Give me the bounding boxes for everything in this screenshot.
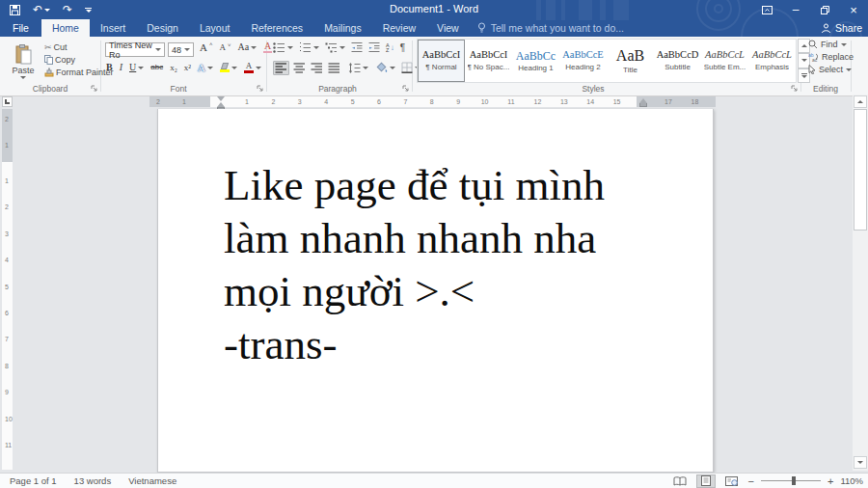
select-dropdown-arrow[interactable]	[846, 68, 852, 71]
increase-indent-button[interactable]	[368, 42, 380, 53]
clipboard-group-label: Clipboard	[14, 84, 87, 94]
print-layout-button[interactable]	[696, 474, 716, 488]
paste-button[interactable]: Paste	[6, 40, 41, 83]
find-button[interactable]: Find	[808, 40, 854, 49]
align-right-button[interactable]	[310, 62, 324, 74]
format-painter-button[interactable]: Format Painter	[44, 68, 114, 77]
font-color-button[interactable]: A	[244, 62, 261, 73]
font-size-combo[interactable]: 48	[168, 42, 194, 57]
cut-button[interactable]: ✂ Cut	[44, 42, 68, 52]
underline-button[interactable]: U	[129, 63, 144, 72]
web-layout-button[interactable]	[722, 474, 742, 488]
align-right-icon	[311, 63, 323, 73]
ribbon-tab[interactable]: Design	[136, 19, 189, 37]
style-item[interactable]: AaB Title	[607, 40, 654, 82]
style-item[interactable]: AaBbCcI ¶ Normal	[418, 40, 465, 82]
zoom-in-button[interactable]: +	[827, 475, 833, 487]
align-left-icon	[275, 63, 287, 73]
style-item[interactable]: AaBbCcL Subtle Em...	[701, 40, 748, 82]
language-indicator[interactable]: Vietnamese	[128, 475, 176, 486]
justify-button[interactable]	[327, 62, 341, 74]
ribbon-tab[interactable]: Layout	[189, 19, 241, 37]
paragraph-dialog-launcher[interactable]	[402, 85, 410, 93]
font-family-dropdown-arrow[interactable]	[155, 48, 161, 51]
font-family-combo[interactable]: Times New Ro	[105, 42, 165, 57]
zoom-level[interactable]: 110%	[840, 475, 863, 486]
read-mode-button[interactable]	[670, 474, 690, 488]
page-indicator[interactable]: Page 1 of 1	[10, 475, 57, 486]
restore-icon	[821, 6, 829, 14]
strikethrough-button[interactable]: abc	[150, 64, 163, 71]
ribbon-tab[interactable]: Home	[41, 19, 90, 37]
style-item[interactable]: AaBbCcE Heading 2	[559, 40, 607, 82]
change-case-button[interactable]: Aa	[237, 42, 257, 52]
document-line: mọi người >.<	[224, 265, 687, 318]
tab-file[interactable]: File	[0, 19, 41, 37]
borders-icon	[401, 62, 413, 73]
zoom-slider-thumb[interactable]	[792, 476, 796, 485]
tell-me-box[interactable]: Tell me what you want to do...	[470, 19, 632, 37]
scroll-up-button[interactable]	[854, 95, 867, 108]
clipboard-dialog-launcher[interactable]	[91, 85, 98, 93]
style-item[interactable]: AaBbCcL Emphasis	[748, 40, 796, 82]
ribbon-tab-bar: File HomeInsertDesignLayoutReferencesMai…	[0, 19, 868, 37]
font-dialog-launcher[interactable]	[257, 85, 264, 93]
grow-font-button[interactable]: A˄	[200, 42, 212, 53]
horizontal-ruler[interactable]: 211234567891011121314151718	[149, 96, 716, 107]
minimize-button[interactable]: –	[781, 0, 810, 19]
zoom-slider[interactable]	[761, 476, 821, 485]
increase-indent-icon	[368, 42, 380, 53]
right-indent-marker[interactable]	[639, 98, 647, 107]
italic-button[interactable]: I	[120, 63, 122, 72]
ribbon-display-options-button[interactable]	[752, 0, 781, 19]
line-spacing-button[interactable]	[348, 63, 368, 73]
tab-stop-selector[interactable]	[2, 96, 13, 107]
underline-dropdown-arrow[interactable]	[138, 67, 144, 69]
titlebar: ↶ ↷ Document1 - Word – × File HomeInsert…	[0, 0, 868, 37]
ribbon-tab[interactable]: Mailings	[313, 19, 372, 37]
scroll-down-button[interactable]	[854, 456, 867, 469]
copy-icon	[44, 55, 53, 65]
restore-button[interactable]	[810, 0, 839, 19]
vertical-scrollbar[interactable]	[853, 95, 868, 471]
ribbon-tab[interactable]: Insert	[90, 19, 136, 37]
align-left-button[interactable]	[273, 61, 289, 75]
align-center-button[interactable]	[292, 62, 307, 74]
select-button[interactable]: Select	[808, 65, 854, 74]
ribbon-tab[interactable]: View	[426, 19, 470, 37]
show-hide-marks-button[interactable]: ¶	[400, 42, 405, 53]
decrease-indent-button[interactable]	[351, 42, 363, 53]
scrollbar-thumb[interactable]	[854, 109, 867, 230]
bullets-button[interactable]	[273, 42, 293, 53]
ribbon-tab[interactable]: References	[240, 19, 313, 37]
document-line: Like page để tụi mình	[224, 159, 687, 212]
style-item[interactable]: AaBbCcD Subtitle	[654, 40, 701, 82]
highlight-color-button[interactable]	[220, 63, 237, 72]
numbering-button[interactable]	[299, 42, 319, 53]
word-count[interactable]: 13 words	[74, 475, 112, 486]
sort-button[interactable]: AZ↓	[386, 43, 394, 53]
bold-button[interactable]: B	[106, 63, 113, 72]
text-effects-button[interactable]: A	[198, 63, 213, 73]
zoom-out-button[interactable]: −	[748, 475, 754, 487]
share-button[interactable]: Share	[821, 19, 862, 37]
shrink-font-button[interactable]: A˅	[219, 43, 231, 52]
style-item[interactable]: AaBbCc Heading 1	[512, 40, 559, 82]
font-size-dropdown-arrow[interactable]	[184, 48, 190, 51]
close-button[interactable]: ×	[839, 0, 868, 19]
editing-group-label: Editing	[797, 84, 854, 94]
clear-formatting-button[interactable]: A	[263, 41, 272, 53]
multilevel-list-button[interactable]	[325, 42, 345, 53]
ribbon-tab[interactable]: Review	[372, 19, 426, 37]
find-dropdown-arrow[interactable]	[841, 43, 847, 46]
replace-button[interactable]: abac Replace	[808, 52, 854, 62]
style-item[interactable]: AaBbCcI ¶ No Spac...	[465, 40, 512, 82]
paste-dropdown-arrow[interactable]	[20, 76, 26, 79]
document-page[interactable]: Like page để tụi mìnhlàm nhanh nhanh nha…	[157, 109, 714, 473]
subscript-button[interactable]: x₂	[170, 64, 177, 72]
first-line-indent-marker[interactable]	[217, 96, 225, 101]
print-layout-icon	[701, 475, 711, 486]
shading-button[interactable]	[376, 62, 395, 73]
copy-button[interactable]: Copy	[44, 55, 75, 65]
superscript-button[interactable]: x²	[184, 64, 191, 72]
